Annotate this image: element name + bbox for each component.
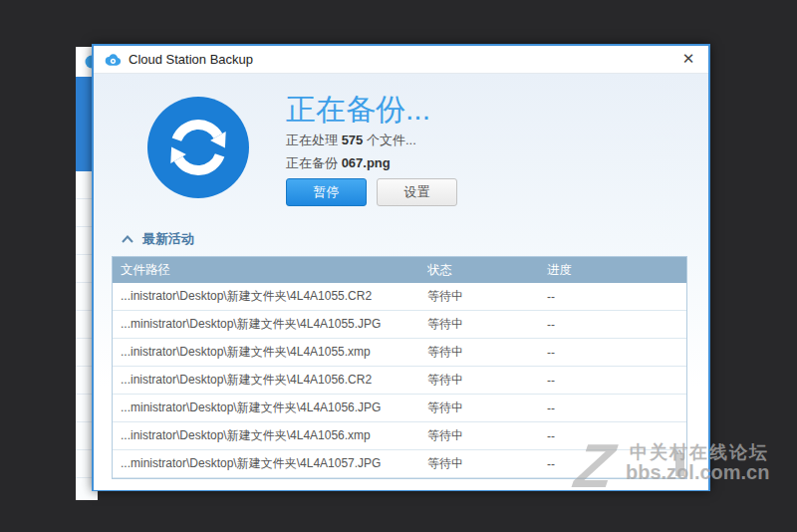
close-icon[interactable]: ✕ — [678, 49, 698, 69]
table-row[interactable]: ...inistrator\Desktop\新建文件夹\4L4A1055.CR2… — [113, 283, 686, 311]
processing-files-text: 正在处理 575 个文件... — [286, 132, 416, 149]
file-path-cell: ...inistrator\Desktop\新建文件夹\4L4A1056.xmp — [113, 427, 419, 444]
progress-cell: -- — [539, 374, 686, 388]
table-row[interactable]: ...inistrator\Desktop\新建文件夹\4L4A1056.CR2… — [113, 367, 686, 395]
window-title: Cloud Station Backup — [129, 52, 253, 67]
status-cell: 等待中 — [419, 372, 539, 389]
file-path-cell: ...ministrator\Desktop\新建文件夹\4L4A1057.JP… — [113, 455, 419, 472]
desktop-background: Cloud Station Backup ✕ 正在备份... 正在处理 575 … — [0, 0, 797, 532]
activity-table-rows: ...inistrator\Desktop\新建文件夹\4L4A1055.CR2… — [113, 283, 686, 478]
column-header-progress: 进度 — [539, 262, 686, 279]
scrollbar-thumb[interactable] — [675, 453, 684, 476]
current-file-prefix: 正在备份 — [286, 155, 342, 170]
current-file-name: 067.png — [342, 155, 391, 170]
sync-icon — [147, 97, 249, 198]
progress-cell: -- — [539, 318, 686, 332]
progress-cell: -- — [539, 429, 686, 443]
cloud-station-logo-icon — [104, 53, 122, 67]
table-row[interactable]: ...inistrator\Desktop\新建文件夹\4L4A1056.xmp… — [113, 422, 686, 450]
cloud-station-backup-dialog: Cloud Station Backup ✕ 正在备份... 正在处理 575 … — [92, 44, 710, 491]
status-cell: 等待中 — [419, 316, 539, 333]
column-header-status: 状态 — [419, 262, 539, 279]
activity-table: 文件路径 状态 进度 ...inistrator\Desktop\新建文件夹\4… — [112, 256, 687, 479]
backup-status-heading: 正在备份... — [286, 90, 430, 131]
current-file-text: 正在备份 067.png — [286, 154, 391, 172]
processing-prefix: 正在处理 — [286, 133, 342, 147]
status-cell: 等待中 — [419, 427, 539, 444]
table-row[interactable]: ...inistrator\Desktop\新建文件夹\4L4A1055.xmp… — [113, 339, 686, 367]
table-row[interactable]: ...ministrator\Desktop\新建文件夹\4L4A1055.JP… — [113, 311, 686, 339]
dialog-body: 正在备份... 正在处理 575 个文件... 正在备份 067.png 暂停 … — [94, 74, 708, 490]
column-header-file-path: 文件路径 — [113, 262, 419, 279]
recent-activity-label: 最新活动 — [142, 230, 194, 248]
processing-count: 575 — [342, 133, 364, 147]
chevron-up-icon — [122, 235, 133, 243]
status-cell: 等待中 — [419, 399, 539, 416]
progress-cell: -- — [539, 346, 686, 360]
settings-button[interactable]: 设置 — [377, 178, 457, 206]
dialog-titlebar: Cloud Station Backup ✕ — [94, 46, 708, 74]
file-path-cell: ...ministrator\Desktop\新建文件夹\4L4A1056.JP… — [113, 399, 419, 416]
recent-activity-toggle[interactable]: 最新活动 — [122, 230, 194, 248]
processing-suffix: 个文件... — [363, 133, 415, 147]
table-row[interactable]: ...ministrator\Desktop\新建文件夹\4L4A1056.JP… — [113, 395, 686, 422]
status-cell: 等待中 — [419, 455, 539, 472]
progress-cell: -- — [539, 457, 686, 471]
activity-table-header: 文件路径 状态 进度 — [113, 257, 686, 283]
status-cell: 等待中 — [419, 344, 539, 361]
file-path-cell: ...ministrator\Desktop\新建文件夹\4L4A1055.JP… — [113, 316, 419, 333]
file-path-cell: ...inistrator\Desktop\新建文件夹\4L4A1056.CR2 — [113, 372, 419, 389]
progress-cell: -- — [539, 401, 686, 415]
action-buttons: 暂停 设置 — [286, 178, 457, 206]
pause-button[interactable]: 暂停 — [286, 178, 367, 206]
table-row[interactable]: ...ministrator\Desktop\新建文件夹\4L4A1057.JP… — [113, 450, 686, 478]
file-path-cell: ...inistrator\Desktop\新建文件夹\4L4A1055.xmp — [113, 344, 419, 361]
file-path-cell: ...inistrator\Desktop\新建文件夹\4L4A1055.CR2 — [113, 288, 419, 305]
status-cell: 等待中 — [419, 288, 539, 305]
progress-cell: -- — [539, 290, 686, 304]
